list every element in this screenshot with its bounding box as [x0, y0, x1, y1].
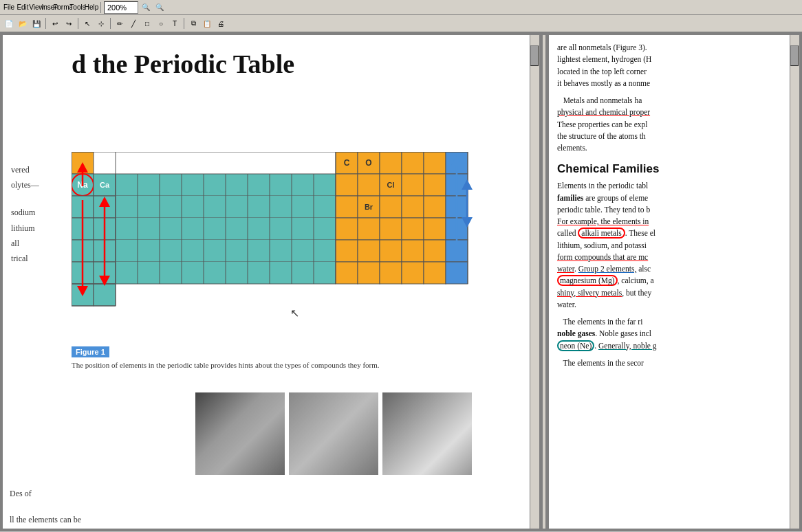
rect-icon[interactable]: □	[141, 17, 153, 30]
figure-label: Figure 1	[72, 346, 109, 357]
photo-1	[195, 392, 285, 475]
sidebar-line-1: vered	[11, 162, 39, 177]
bottom-line-1: ll the elements can be	[10, 513, 81, 527]
view-menu[interactable]: View	[30, 1, 43, 14]
svg-rect-117	[402, 262, 424, 284]
panel-divider	[542, 35, 546, 529]
text-icon[interactable]: T	[169, 17, 181, 30]
photos-row	[195, 392, 472, 475]
bottom-main-text: ll the elements can be — a structured	[10, 513, 81, 529]
draw-icon[interactable]: ✏	[113, 17, 126, 30]
photo-2	[289, 392, 378, 475]
svg-rect-104	[380, 218, 402, 240]
svg-rect-99	[402, 196, 424, 218]
svg-text:Br: Br	[365, 203, 373, 211]
toolbar-row1: File Edit View Insert Format Tools Help …	[0, 0, 802, 15]
edit-menu[interactable]: Edit	[17, 1, 29, 14]
zoom-in-icon[interactable]: 🔍	[140, 1, 152, 14]
svg-rect-109	[358, 240, 380, 262]
svg-rect-119	[446, 262, 468, 284]
svg-rect-84	[380, 152, 402, 174]
svg-rect-103	[358, 218, 380, 240]
svg-rect-114	[336, 262, 358, 284]
periodic-table-svg: Na Ca	[72, 152, 512, 351]
file-menu[interactable]: File	[3, 1, 15, 14]
line-icon[interactable]: ╱	[127, 17, 140, 30]
photo-3	[382, 392, 472, 475]
sidebar-line-6: all	[11, 236, 39, 251]
right-document-panel[interactable]: are all nonmetals (Figure 3). lightest e…	[549, 35, 799, 529]
svg-rect-86	[424, 152, 446, 174]
svg-text:Ca: Ca	[100, 181, 110, 189]
redo-icon[interactable]: ↪	[63, 17, 75, 30]
figure-container: Figure 1 The position of elements in the…	[72, 341, 380, 370]
svg-text:C: C	[344, 158, 350, 168]
toolbar: File Edit View Insert Format Tools Help …	[0, 0, 802, 32]
svg-rect-92	[402, 174, 424, 196]
rp-noble-gases-paragraph: The elements in the far ri noble gases. …	[557, 316, 791, 352]
separator2	[45, 18, 46, 29]
help-menu[interactable]: Help	[85, 1, 98, 14]
svg-text:O: O	[365, 158, 371, 168]
select-icon[interactable]: ⊹	[95, 17, 107, 30]
sidebar-line-2: olytes—	[11, 177, 39, 192]
ellipse-icon[interactable]: ○	[155, 17, 167, 30]
zoom-out-icon[interactable]: 🔍	[153, 1, 166, 14]
svg-rect-102	[336, 218, 358, 240]
separator5	[184, 18, 184, 29]
save-icon[interactable]: 💾	[30, 17, 43, 30]
separator4	[110, 18, 111, 29]
format-menu[interactable]: Format	[58, 1, 70, 14]
svg-rect-95	[336, 196, 358, 218]
svg-rect-93	[424, 174, 446, 196]
svg-rect-88	[336, 174, 358, 196]
left-panel-scrollbar[interactable]	[530, 35, 539, 529]
sidebar-line-5: lithium	[11, 221, 39, 236]
rp-metals-paragraph: Metals and nonmetals ha physical and che…	[557, 95, 791, 154]
main-area: d the Periodic Table vered olytes— sodiu…	[0, 32, 802, 531]
toolbar-row2: 📄 📂 💾 ↩ ↪ ↖ ⊹ ✏ ╱ □ ○ T ⧉ 📋 🖨	[0, 15, 802, 32]
svg-rect-116	[380, 262, 402, 284]
svg-rect-89	[358, 174, 380, 196]
page-title: d the Periodic Table	[72, 49, 525, 79]
sidebar-line-4: sodium	[11, 205, 39, 220]
left-document-panel[interactable]: d the Periodic Table vered olytes— sodiu…	[3, 35, 539, 529]
svg-rect-111	[402, 240, 424, 262]
left-sidebar-text: vered olytes— sodium lithium all trical	[11, 162, 39, 266]
zoom-display[interactable]: 200%	[104, 1, 138, 14]
cursor-icon[interactable]: ↖	[81, 17, 94, 30]
des-of-line: Des of	[10, 489, 32, 499]
svg-rect-112	[424, 240, 446, 262]
section-title-chemical-families: Chemical Families	[557, 162, 791, 176]
svg-rect-108	[336, 240, 358, 262]
svg-rect-118	[424, 262, 446, 284]
right-panel-scrollbar[interactable]	[790, 35, 799, 529]
separator1	[100, 2, 101, 13]
rp-intro-text: are all nonmetals (Figure 3). lightest e…	[557, 42, 791, 89]
svg-text:↖: ↖	[290, 307, 299, 319]
separator3	[78, 18, 78, 29]
sidebar-line-7: trical	[11, 251, 39, 266]
sidebar-line-3	[11, 192, 39, 205]
bottom-left-text: Des of	[10, 489, 32, 499]
print-icon[interactable]: 🖨	[215, 17, 227, 30]
right-scrollbar-thumb[interactable]	[790, 45, 799, 66]
scrollbar-thumb-up[interactable]	[530, 45, 539, 66]
undo-icon[interactable]: ↩	[49, 17, 61, 30]
svg-rect-98	[380, 196, 402, 218]
new-icon[interactable]: 📄	[3, 17, 15, 30]
bottom-line-2: — a structured	[10, 527, 81, 529]
rp-chemical-families-body: Elements in the periodic tabl families a…	[557, 180, 791, 311]
svg-rect-85	[402, 152, 424, 174]
rp-last-line: The elements in the secor	[557, 357, 791, 369]
svg-rect-106	[424, 218, 446, 240]
periodic-table-container: Na Ca	[72, 152, 512, 353]
svg-rect-105	[402, 218, 424, 240]
svg-rect-121	[94, 284, 116, 306]
open-icon[interactable]: 📂	[17, 17, 29, 30]
copy-icon[interactable]: ⧉	[187, 17, 199, 30]
figure-caption: The position of elements in the periodic…	[72, 360, 380, 370]
tools-menu[interactable]: Tools	[72, 1, 84, 14]
svg-rect-113	[446, 240, 468, 262]
paste-icon[interactable]: 📋	[201, 17, 213, 30]
